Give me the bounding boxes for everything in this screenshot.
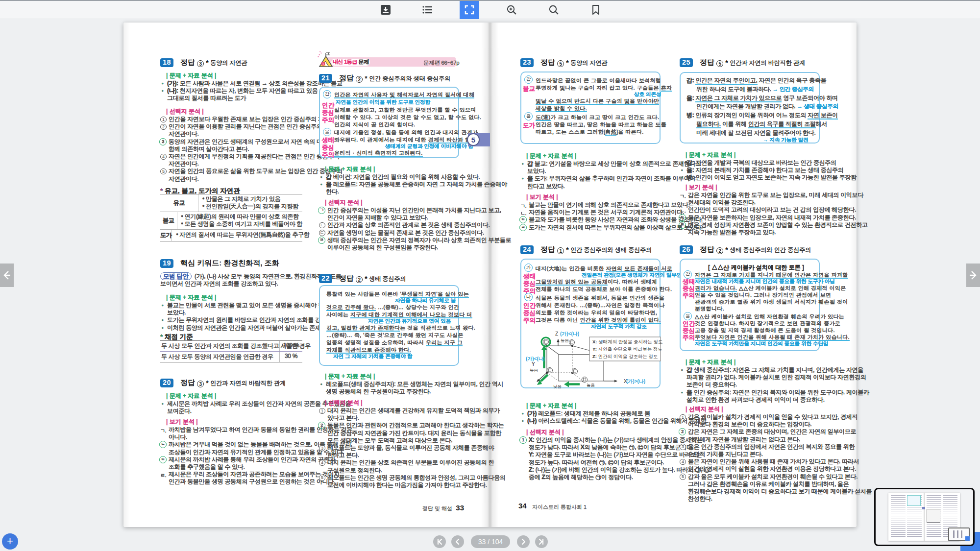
svg-text:(가)<(나): (가)<(나) xyxy=(560,331,579,336)
svg-text:Y: Y xyxy=(532,361,535,367)
svg-text:X: 생태계의 안정을 중시하는 정도: X: 생태계의 안정을 중시하는 정도 xyxy=(592,339,663,344)
svg-text:Y: 자연을 수단으로 바라보는 정도: Y: 자연을 수단으로 바라보는 정도 xyxy=(592,346,662,352)
svg-text:1: 1 xyxy=(322,62,324,66)
svg-text:Z: Z xyxy=(555,331,558,336)
svg-text:낮음: 낮음 xyxy=(553,384,562,389)
svg-text:높음: 높음 xyxy=(561,338,569,343)
svg-text:높음: 높음 xyxy=(587,383,595,387)
svg-text:높음: 높음 xyxy=(530,368,538,373)
svg-text:(가)>(나): (가)>(나) xyxy=(626,379,645,384)
svg-text:(가)<(나): (가)<(나) xyxy=(526,356,545,361)
svg-text:Z: 인간의 이익을 강조하는 정도: Z: 인간의 이익을 강조하는 정도 xyxy=(592,354,658,359)
